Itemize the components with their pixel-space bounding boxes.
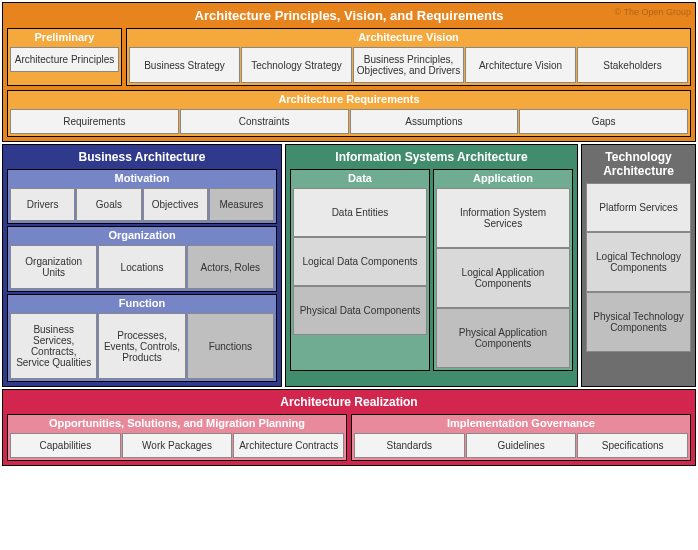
cell-work-packages: Work Packages: [122, 433, 233, 458]
cell-physical-application-components: Physical Application Components: [436, 308, 570, 368]
architecture-requirements-block: Architecture Requirements Requirements C…: [7, 90, 691, 137]
info-title: Information Systems Architecture: [288, 147, 575, 167]
cell-functions: Functions: [187, 313, 274, 379]
section-business-architecture: Business Architecture Motivation Drivers…: [2, 144, 282, 387]
cell-specifications: Specifications: [577, 433, 688, 458]
diagram-root: © The Open Group Architecture Principles…: [0, 0, 698, 550]
cell-physical-technology-components: Physical Technology Components: [586, 292, 691, 352]
opportunities-block: Opportunities, Solutions, and Migration …: [7, 414, 347, 461]
cell-drivers: Drivers: [10, 188, 75, 221]
cell-architecture-principles: Architecture Principles: [10, 47, 119, 72]
top-row-vision: Preliminary Architecture Principles Arch…: [5, 26, 693, 88]
biz-title: Business Architecture: [5, 147, 279, 167]
realization-title: Architecture Realization: [5, 392, 693, 412]
cell-data-entities: Data Entities: [293, 188, 427, 237]
cell-logical-application-components: Logical Application Components: [436, 248, 570, 308]
application-column: Application Information System Services …: [433, 169, 573, 371]
organization-title: Organization: [8, 227, 276, 243]
tech-title: Technology Architecture: [584, 147, 693, 181]
cell-objectives: Objectives: [143, 188, 208, 221]
cell-stakeholders: Stakeholders: [577, 47, 688, 83]
data-title: Data: [291, 170, 429, 186]
watermark-text: © The Open Group: [614, 7, 691, 17]
cell-business-principles-objectives-drivers: Business Principles, Objectives, and Dri…: [353, 47, 464, 83]
reqs-title: Architecture Requirements: [8, 91, 690, 107]
cell-physical-data-components: Physical Data Components: [293, 286, 427, 335]
cell-architecture-vision: Architecture Vision: [465, 47, 576, 83]
function-title: Function: [8, 295, 276, 311]
cell-technology-strategy: Technology Strategy: [241, 47, 352, 83]
section-technology-architecture: Technology Architecture Platform Service…: [581, 144, 696, 387]
cell-locations: Locations: [98, 245, 185, 289]
cell-information-system-services: Information System Services: [436, 188, 570, 248]
architecture-vision-block: Architecture Vision Business Strategy Te…: [126, 28, 691, 86]
cell-business-services: Business Services, Contracts, Service Qu…: [10, 313, 97, 379]
opportunities-title: Opportunities, Solutions, and Migration …: [8, 415, 346, 431]
governance-title: Implementation Governance: [352, 415, 690, 431]
section-architecture-realization: Architecture Realization Opportunities, …: [2, 389, 696, 466]
group-motivation: Motivation Drivers Goals Objectives Meas…: [7, 169, 277, 224]
vision-title: Architecture Vision: [127, 29, 690, 45]
section-information-systems-architecture: Information Systems Architecture Data Da…: [285, 144, 578, 387]
cell-goals: Goals: [76, 188, 141, 221]
cell-requirements: Requirements: [10, 109, 179, 134]
cell-logical-technology-components: Logical Technology Components: [586, 232, 691, 292]
data-column: Data Data Entities Logical Data Componen…: [290, 169, 430, 371]
motivation-title: Motivation: [8, 170, 276, 186]
cell-architecture-contracts: Architecture Contracts: [233, 433, 344, 458]
cell-logical-data-components: Logical Data Components: [293, 237, 427, 286]
cell-measures: Measures: [209, 188, 274, 221]
cell-organization-units: Organization Units: [10, 245, 97, 289]
application-title: Application: [434, 170, 572, 186]
cell-business-strategy: Business Strategy: [129, 47, 240, 83]
section-principles-vision-requirements: © The Open Group Architecture Principles…: [2, 2, 696, 142]
cell-actors-roles: Actors, Roles: [187, 245, 274, 289]
cell-gaps: Gaps: [519, 109, 688, 134]
preliminary-block: Preliminary Architecture Principles: [7, 28, 122, 86]
top-title: Architecture Principles, Vision, and Req…: [5, 5, 693, 26]
preliminary-title: Preliminary: [8, 29, 121, 45]
cell-guidelines: Guidelines: [466, 433, 577, 458]
cell-constraints: Constraints: [180, 109, 349, 134]
group-function: Function Business Services, Contracts, S…: [7, 294, 277, 382]
cell-capabilities: Capabilities: [10, 433, 121, 458]
cell-processes-events: Processes, Events, Controls, Products: [98, 313, 185, 379]
cell-assumptions: Assumptions: [350, 109, 519, 134]
governance-block: Implementation Governance Standards Guid…: [351, 414, 691, 461]
cell-platform-services: Platform Services: [586, 183, 691, 232]
group-organization: Organization Organization Units Location…: [7, 226, 277, 292]
middle-row: Business Architecture Motivation Drivers…: [2, 144, 696, 387]
cell-standards: Standards: [354, 433, 465, 458]
